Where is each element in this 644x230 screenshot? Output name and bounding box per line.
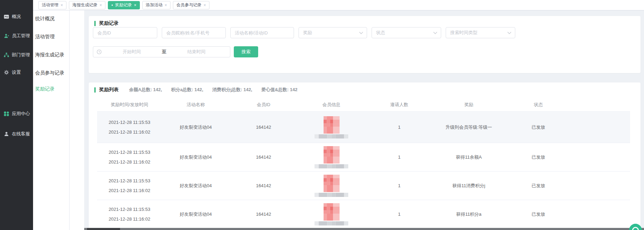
col-header-invites: 邀请人数 <box>365 98 433 111</box>
search-card-title: 奖励记录 <box>99 20 119 26</box>
table-row[interactable]: 2021-12-28 11:15:53 2021-12-28 11:16:02 … <box>97 143 630 171</box>
title-accent-bar <box>94 87 96 93</box>
award-time: 2021-12-28 11:15:53 <box>109 176 150 186</box>
reward-records-search-card: 奖励记录 奖励 状态 搜索时间类型 <box>89 16 641 73</box>
member-id-input[interactable] <box>93 27 157 38</box>
table-header-row: 奖励时间/发放时间 活动名称 会员ID 会员信息 邀请人数 奖励 状态 <box>97 98 630 111</box>
reward-cell: 获得11消费积分j <box>433 172 504 200</box>
member-name-input[interactable] <box>162 27 226 38</box>
secondary-sidebar: 统计概况 活动管理 海报生成记录 会员参与记录 奖励记录 <box>33 10 84 230</box>
tab-close-icon[interactable]: × <box>134 3 136 7</box>
date-range-picker[interactable]: 开始时间 至 结束时间 <box>93 46 230 57</box>
tab-close-icon[interactable]: × <box>204 3 206 7</box>
sidebar-item-label: 应用中心 <box>12 111 30 117</box>
active-tab-dot: ● <box>111 4 113 7</box>
sidebar-item-app-center[interactable]: 应用中心 <box>4 110 30 117</box>
sidebar-item-employees[interactable]: 员工管理 <box>4 32 30 39</box>
issue-time: 2021-12-28 11:16:02 <box>109 186 150 196</box>
tab-label: 会员参与记录 <box>176 2 201 8</box>
reward-time-cell: 2021-12-28 11:15:53 2021-12-28 11:16:02 <box>97 200 162 228</box>
status-select[interactable]: 状态 <box>372 27 441 38</box>
member-info-cell <box>297 112 365 143</box>
status-cell: 已发放 <box>504 112 572 143</box>
submenu-item-reward-records[interactable]: 奖励记录 <box>35 86 55 93</box>
activity-input[interactable] <box>230 27 294 38</box>
col-header-reward: 奖励 <box>433 98 504 111</box>
submenu-item-activity-management[interactable]: 活动管理 <box>35 33 55 40</box>
sidebar-item-label: 设置 <box>12 69 21 76</box>
sidebar-item-label: 概况 <box>12 14 21 20</box>
search-filters-row: 奖励 状态 搜索时间类型 <box>93 27 515 38</box>
sidebar-item-departments[interactable]: 部门管理 <box>4 51 30 58</box>
sidebar-item-settings[interactable]: 设置 <box>4 69 21 76</box>
time-type-select[interactable]: 搜索时间类型 <box>446 27 515 38</box>
submenu-item-poster-records[interactable]: 海报生成记录 <box>35 51 64 58</box>
tab-close-icon[interactable]: × <box>165 3 167 7</box>
reward-cell: 获得11积分a <box>433 200 504 228</box>
submenu-item-member-participation[interactable]: 会员参与记录 <box>35 70 64 77</box>
tab-poster-records[interactable]: 海报生成记录 × <box>69 1 105 9</box>
member-info-cell <box>297 143 365 171</box>
spacer-cell <box>572 200 630 228</box>
tab-close-icon[interactable]: × <box>61 3 63 7</box>
table-row[interactable]: 2021-12-28 11:15:53 2021-12-28 11:16:02 … <box>97 171 630 200</box>
list-card-title: 奖励列表 <box>99 87 119 93</box>
award-time: 2021-12-28 11:15:53 <box>109 148 150 157</box>
submenu-label: 会员参与记录 <box>35 70 64 76</box>
activity-cell: 好友裂变活动04 <box>162 112 230 143</box>
col-header-status: 状态 <box>504 98 572 111</box>
submenu-label: 活动管理 <box>35 34 55 40</box>
reward-select[interactable]: 奖励 <box>299 27 367 38</box>
tab-close-icon[interactable]: × <box>100 3 102 7</box>
tab-bar: 活动管理 × 海报生成记录 × ● 奖励记录 × 添加活动 × 会员参与记录 × <box>33 0 644 10</box>
tab-add-activity[interactable]: 添加活动 × <box>142 1 170 9</box>
invites-cell: 1 <box>365 200 433 228</box>
table-row[interactable]: 2021-12-28 11:15:53 2021-12-28 11:16:02 … <box>97 200 630 228</box>
sidebar-item-overview[interactable]: 概况 <box>4 13 21 20</box>
sidebar-item-label: 部门管理 <box>12 52 30 58</box>
reward-select-value: 奖励 <box>303 30 312 36</box>
submenu-divider <box>69 10 70 230</box>
departments-icon <box>4 53 9 57</box>
horizontal-scrollbar[interactable] <box>84 228 644 230</box>
tab-reward-records-active[interactable]: ● 奖励记录 × <box>108 1 140 9</box>
issue-time: 2021-12-28 11:16:02 <box>109 127 150 137</box>
sidebar-item-label: 员工管理 <box>12 33 30 39</box>
redacted-member-name <box>315 193 348 197</box>
redacted-avatar <box>324 116 340 134</box>
invites-cell: 1 <box>365 112 433 143</box>
app-grid-icon <box>4 111 9 116</box>
spacer-cell <box>572 112 630 143</box>
activity-cell: 好友裂变活动04 <box>162 172 230 200</box>
tab-member-participation[interactable]: 会员参与记录 × <box>173 1 209 9</box>
employees-icon <box>4 33 9 38</box>
col-header-member-info: 会员信息 <box>297 98 365 111</box>
clock-icon <box>97 49 102 54</box>
status-cell: 已发放 <box>504 200 572 228</box>
tab-label: 活动管理 <box>42 2 58 8</box>
main-content: 奖励记录 奖励 状态 搜索时间类型 <box>84 10 644 230</box>
date-range-row: 开始时间 至 结束时间 搜索 <box>93 46 258 57</box>
invites-cell: 1 <box>365 172 433 200</box>
chevron-down-icon <box>507 32 511 34</box>
status-cell: 已发放 <box>504 172 572 200</box>
sidebar-item-online-service[interactable]: 在线客服 <box>4 130 30 137</box>
tab-label: 奖励记录 <box>115 2 132 8</box>
member-info-cell <box>297 200 365 228</box>
search-card-header: 奖励记录 <box>94 20 119 26</box>
tab-activity-management[interactable]: 活动管理 × <box>38 1 66 9</box>
gear-icon <box>4 70 9 75</box>
reward-cell: 升级到会员等级:等级一 <box>433 112 504 143</box>
customer-service-icon <box>4 132 9 136</box>
submenu-label: 统计概况 <box>35 16 55 22</box>
member-id-cell: 164142 <box>230 172 297 200</box>
member-info-cell <box>297 172 365 200</box>
list-card-header: 奖励列表 余额A总数: 142, 积分a总数: 142, 消费积分j总数: 14… <box>94 87 297 93</box>
search-button[interactable]: 搜索 <box>234 46 258 57</box>
scrollbar-thumb[interactable] <box>87 228 120 230</box>
reward-time-cell: 2021-12-28 11:15:53 2021-12-28 11:16:02 <box>97 112 162 143</box>
table-row[interactable]: 2021-12-28 11:15:53 2021-12-28 11:16:02 … <box>97 111 630 143</box>
reward-time-cell: 2021-12-28 11:15:53 2021-12-28 11:16:02 <box>97 143 162 171</box>
submenu-label: 海报生成记录 <box>35 52 64 58</box>
submenu-item-stats-overview[interactable]: 统计概况 <box>35 15 55 22</box>
